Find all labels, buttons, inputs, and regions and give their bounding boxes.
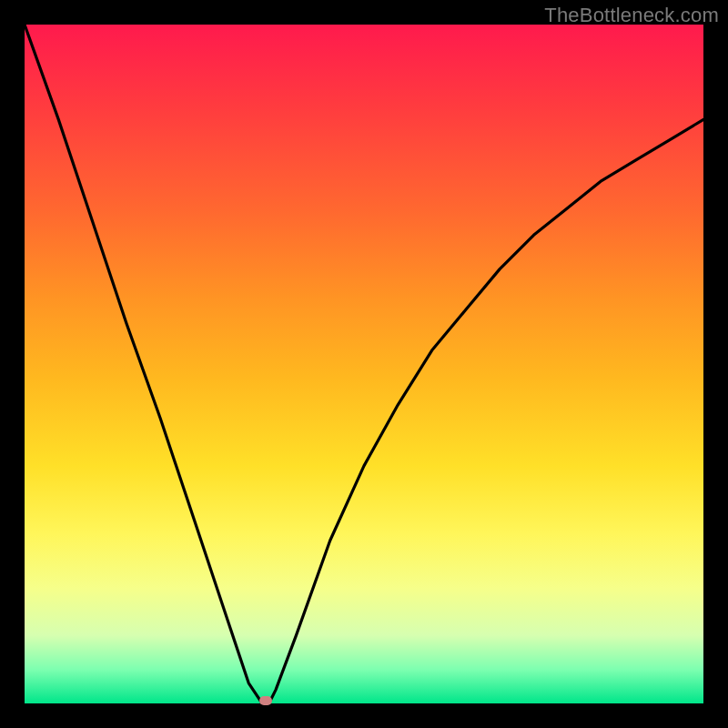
plot-area	[25, 25, 703, 703]
optimal-marker	[259, 696, 272, 705]
chart-frame: TheBottleneck.com	[0, 0, 728, 728]
bottleneck-curve	[25, 25, 703, 703]
